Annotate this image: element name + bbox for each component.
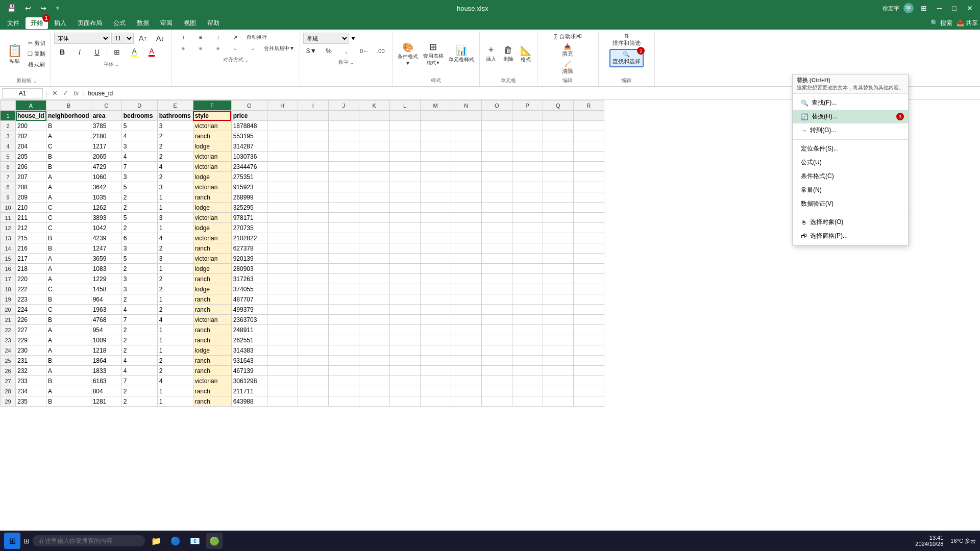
menu-item-help[interactable]: 帮助 (202, 17, 225, 29)
cell-D28[interactable]: 2 (121, 386, 157, 396)
cell-Q28[interactable] (543, 386, 573, 396)
cell-K14[interactable] (359, 243, 389, 254)
cell-I1[interactable] (298, 111, 328, 121)
sort-filter-button[interactable]: ⇅ 排序和筛选 (610, 32, 643, 48)
col-header-D[interactable]: D (121, 101, 157, 111)
cell-C7[interactable]: 1060 (91, 172, 121, 182)
autosum-button[interactable]: ∑ 自动求和 (552, 32, 584, 41)
clipboard-expand-icon[interactable]: ⌄ (33, 78, 37, 84)
cell-E20[interactable]: 2 (157, 305, 193, 315)
cell-N25[interactable] (451, 356, 481, 366)
align-center-button[interactable]: ≡ (192, 45, 209, 53)
cell-M9[interactable] (420, 192, 451, 203)
cell-L7[interactable] (389, 172, 420, 182)
cell-R18[interactable] (573, 284, 604, 294)
cell-K24[interactable] (359, 345, 389, 356)
cell-J13[interactable] (328, 233, 359, 243)
cell-N6[interactable] (451, 162, 481, 172)
cell-N1[interactable] (451, 111, 481, 121)
cell-P22[interactable] (512, 325, 543, 335)
cell-F15[interactable]: victorian (193, 254, 231, 264)
cell-B28[interactable]: A (46, 386, 91, 396)
cell-B18[interactable]: C (46, 284, 91, 294)
row-header-27[interactable]: 27 (1, 376, 16, 386)
align-bottom-button[interactable]: ⊥ (210, 34, 226, 41)
cell-Q6[interactable] (543, 162, 573, 172)
cell-F8[interactable]: victorian (193, 182, 231, 192)
cell-R24[interactable] (573, 345, 604, 356)
row-header-1[interactable]: 1 (1, 111, 16, 121)
cell-K13[interactable] (359, 233, 389, 243)
cell-B25[interactable]: B (46, 356, 91, 366)
cell-M23[interactable] (420, 335, 451, 345)
cell-N3[interactable] (451, 131, 481, 141)
cell-B20[interactable]: C (46, 305, 91, 315)
cell-P1[interactable] (512, 111, 543, 121)
cell-B9[interactable]: A (46, 192, 91, 203)
cell-H7[interactable] (267, 172, 298, 182)
cell-C1[interactable]: area (91, 111, 121, 121)
cell-P4[interactable] (512, 141, 543, 152)
cell-P12[interactable] (512, 223, 543, 233)
cell-K3[interactable] (359, 131, 389, 141)
cell-A26[interactable]: 232 (16, 366, 46, 376)
cell-B24[interactable]: A (46, 345, 91, 356)
cell-O19[interactable] (481, 294, 512, 305)
browser-icon[interactable]: 🔵 (167, 533, 184, 549)
cell-R27[interactable] (573, 376, 604, 386)
cell-I6[interactable] (298, 162, 328, 172)
cell-L29[interactable] (389, 396, 420, 407)
paste-button[interactable]: 📋 粘贴 (5, 42, 24, 66)
cell-A9[interactable]: 209 (16, 192, 46, 203)
align-middle-button[interactable]: ≡ (192, 34, 209, 41)
cell-G20[interactable]: 499379 (231, 305, 267, 315)
cell-J27[interactable] (328, 376, 359, 386)
row-header-23[interactable]: 23 (1, 335, 16, 345)
cell-P28[interactable] (512, 386, 543, 396)
cell-E4[interactable]: 2 (157, 141, 193, 152)
cell-H12[interactable] (267, 223, 298, 233)
cell-G24[interactable]: 314383 (231, 345, 267, 356)
col-header-B[interactable]: B (46, 101, 91, 111)
cell-J21[interactable] (328, 315, 359, 325)
cell-M1[interactable] (420, 111, 451, 121)
cell-D11[interactable]: 5 (121, 213, 157, 223)
cell-G1[interactable]: price (231, 111, 267, 121)
cell-A23[interactable]: 229 (16, 335, 46, 345)
cell-N15[interactable] (451, 254, 481, 264)
maximize-button[interactable]: □ (949, 3, 960, 13)
cell-D3[interactable]: 4 (121, 131, 157, 141)
cell-J26[interactable] (328, 366, 359, 376)
cell-B6[interactable]: B (46, 162, 91, 172)
cell-Q22[interactable] (543, 325, 573, 335)
cell-K1[interactable] (359, 111, 389, 121)
align-top-button[interactable]: ⊤ (175, 34, 191, 41)
cell-L22[interactable] (389, 325, 420, 335)
cell-N12[interactable] (451, 223, 481, 233)
cell-D15[interactable]: 5 (121, 254, 157, 264)
cell-F21[interactable]: victorian (193, 315, 231, 325)
cell-D19[interactable]: 2 (121, 294, 157, 305)
cell-M13[interactable] (420, 233, 451, 243)
cell-H18[interactable] (267, 284, 298, 294)
cell-N10[interactable] (451, 203, 481, 213)
cell-K18[interactable] (359, 284, 389, 294)
cell-J19[interactable] (328, 294, 359, 305)
cell-K23[interactable] (359, 335, 389, 345)
cell-G9[interactable]: 268999 (231, 192, 267, 203)
cell-L10[interactable] (389, 203, 420, 213)
cell-I17[interactable] (298, 274, 328, 284)
cell-B21[interactable]: B (46, 315, 91, 325)
cell-P14[interactable] (512, 243, 543, 254)
cell-I15[interactable] (298, 254, 328, 264)
cell-C11[interactable]: 3893 (91, 213, 121, 223)
cell-A8[interactable]: 208 (16, 182, 46, 192)
col-header-G[interactable]: G (231, 101, 267, 111)
cell-B23[interactable]: A (46, 335, 91, 345)
row-header-9[interactable]: 9 (1, 192, 16, 203)
dropdown-item-goto[interactable]: → 转到(G)... (793, 123, 908, 137)
row-header-2[interactable]: 2 (1, 121, 16, 131)
cell-F9[interactable]: ranch (193, 192, 231, 203)
cell-M12[interactable] (420, 223, 451, 233)
cell-E28[interactable]: 1 (157, 386, 193, 396)
